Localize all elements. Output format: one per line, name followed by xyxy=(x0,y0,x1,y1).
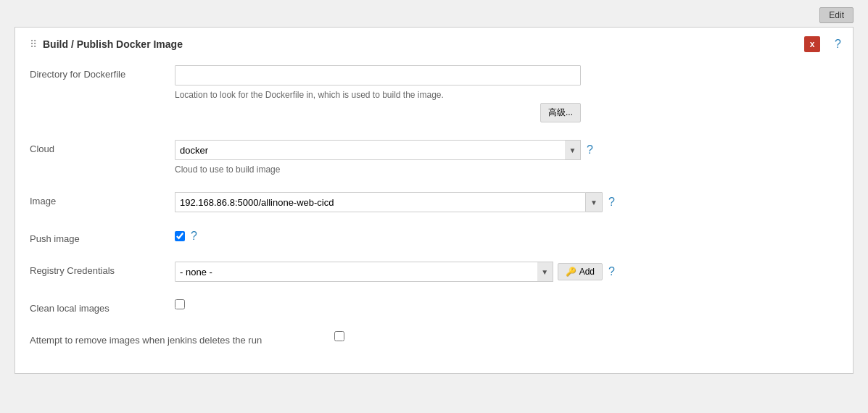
clean-local-label: Clean local images xyxy=(30,299,175,314)
add-btn-label: Add xyxy=(579,267,595,277)
dockerfile-dir-input[interactable] xyxy=(175,65,581,85)
cloud-row: Cloud docker ▼ ? Cloud to use to build i… xyxy=(30,135,838,179)
registry-credentials-help-icon[interactable]: ? xyxy=(608,265,615,278)
close-button[interactable]: x xyxy=(804,36,820,52)
cloud-help-text: Cloud to use to build image xyxy=(175,164,838,175)
registry-credentials-label: Registry Credentials xyxy=(30,262,175,276)
image-dropdown-button[interactable]: ▼ xyxy=(585,192,603,212)
cloud-select-wrapper: docker ▼ xyxy=(175,140,581,160)
attempt-remove-checkbox[interactable] xyxy=(334,331,344,341)
panel-header: ⠿ Build / Publish Docker Image xyxy=(30,38,838,50)
cloud-row-with-help: docker ▼ ? xyxy=(175,140,838,160)
push-image-label: Push image xyxy=(30,230,175,244)
credentials-select[interactable]: - none - xyxy=(175,262,553,282)
clean-local-checkbox[interactable] xyxy=(175,299,185,309)
image-row: Image ▼ ? xyxy=(30,188,838,217)
drag-handle-icon: ⠿ xyxy=(30,38,37,50)
attempt-remove-content xyxy=(334,331,838,341)
clean-local-row: Clean local images xyxy=(30,295,838,318)
dockerfile-dir-label: Directory for Dockerfile xyxy=(30,65,175,80)
image-label: Image xyxy=(30,192,175,206)
key-icon: 🔑 xyxy=(566,267,576,277)
push-image-content: ? xyxy=(175,230,838,243)
cloud-select[interactable]: docker xyxy=(175,140,581,160)
push-image-row: Push image ? xyxy=(30,225,838,249)
cloud-help-icon[interactable]: ? xyxy=(587,143,593,157)
push-image-checkbox[interactable] xyxy=(175,231,185,241)
registry-credentials-row: Registry Credentials - none - ▼ 🔑 Add xyxy=(30,257,838,286)
advanced-button[interactable]: 高级... xyxy=(540,103,581,122)
registry-credentials-row-with-help: - none - ▼ 🔑 Add ? xyxy=(175,262,838,282)
top-bar: Edit xyxy=(0,7,868,27)
build-publish-panel: ⠿ Build / Publish Docker Image x ? Direc… xyxy=(15,27,853,374)
edit-button[interactable]: Edit xyxy=(819,7,853,23)
dockerfile-dir-content: Location to look for the Dockerfile in, … xyxy=(175,65,838,122)
outer-container: Edit ⠿ Build / Publish Docker Image x ? … xyxy=(0,0,868,413)
clean-local-content xyxy=(175,299,838,309)
credentials-select-wrapper: - none - ▼ xyxy=(175,262,553,282)
push-image-help-icon[interactable]: ? xyxy=(191,230,197,243)
image-input-wrapper: ▼ xyxy=(175,192,603,212)
attempt-remove-label: Attempt to remove images when jenkins de… xyxy=(30,331,334,346)
cloud-label: Cloud xyxy=(30,140,175,154)
image-input[interactable] xyxy=(175,192,585,212)
registry-credentials-content: - none - ▼ 🔑 Add ? xyxy=(175,262,838,282)
image-help-icon[interactable]: ? xyxy=(608,196,615,209)
attempt-remove-row-with-help xyxy=(334,331,838,341)
cloud-content: docker ▼ ? Cloud to use to build image xyxy=(175,140,838,175)
image-content: ▼ ? xyxy=(175,192,838,212)
dockerfile-dir-help: Location to look for the Dockerfile in, … xyxy=(175,90,838,100)
push-image-row-with-help: ? xyxy=(175,230,838,243)
panel-help-icon[interactable]: ? xyxy=(835,38,841,51)
clean-local-row-with-help xyxy=(175,299,838,309)
credentials-wrapper: - none - ▼ 🔑 Add xyxy=(175,262,603,282)
panel-title: Build / Publish Docker Image xyxy=(43,38,183,50)
add-credentials-button[interactable]: 🔑 Add xyxy=(558,263,603,280)
attempt-remove-row: Attempt to remove images when jenkins de… xyxy=(30,327,838,350)
dockerfile-dir-row: Directory for Dockerfile Location to loo… xyxy=(30,61,838,127)
image-row-with-help: ▼ ? xyxy=(175,192,838,212)
